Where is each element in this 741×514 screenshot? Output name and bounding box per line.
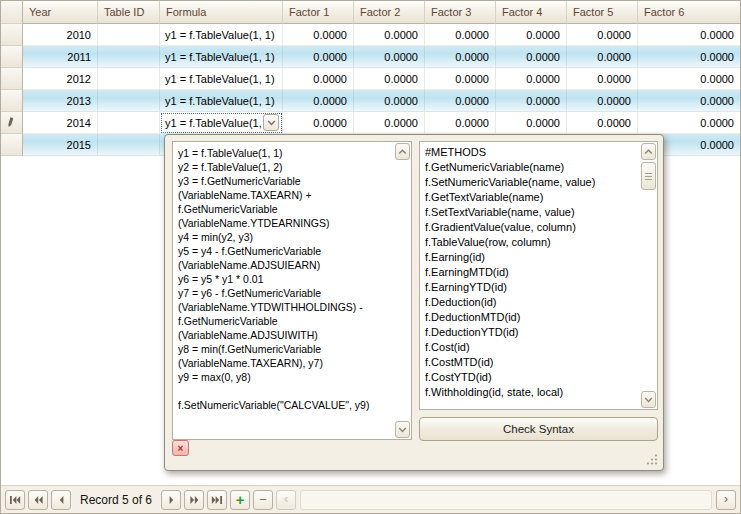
next-record-button[interactable] bbox=[161, 490, 181, 510]
cell-factor2[interactable]: 0.0000 bbox=[354, 68, 425, 90]
cell-table-id[interactable] bbox=[98, 24, 160, 46]
cell-year[interactable]: 2011 bbox=[23, 46, 98, 68]
cell-factor6[interactable]: 0.0000 bbox=[638, 112, 740, 134]
cell-factor3[interactable]: 0.0000 bbox=[425, 68, 496, 90]
cell-formula[interactable]: y1 = f.TableValue(1, 1) bbox=[160, 24, 283, 46]
cell-factor4[interactable]: 0.0000 bbox=[496, 90, 567, 112]
method-item[interactable]: f.EarningMTD(id) bbox=[425, 265, 638, 280]
cell-factor5[interactable]: 0.0000 bbox=[567, 68, 638, 90]
column-header-year[interactable]: Year bbox=[23, 1, 98, 24]
last-record-button[interactable] bbox=[207, 490, 227, 510]
method-item[interactable]: f.SetTextVariable(name, value) bbox=[425, 205, 638, 220]
cell-factor4[interactable]: 0.0000 bbox=[496, 46, 567, 68]
method-item[interactable]: f.Deduction(id) bbox=[425, 295, 638, 310]
row-indicator[interactable] bbox=[1, 68, 23, 90]
cell-factor2[interactable]: 0.0000 bbox=[354, 90, 425, 112]
cell-table-id[interactable] bbox=[98, 68, 160, 90]
scroll-left-button[interactable]: ‹ bbox=[276, 490, 296, 510]
formula-code-editor[interactable]: y1 = f.TableValue(1, 1) y2 = f.TableValu… bbox=[172, 141, 412, 440]
method-item[interactable]: #METHODS bbox=[425, 145, 638, 160]
row-indicator[interactable] bbox=[1, 90, 23, 112]
formula-dropdown-button[interactable] bbox=[263, 114, 279, 131]
method-item[interactable]: f.Earning(id) bbox=[425, 250, 638, 265]
append-record-button[interactable]: + bbox=[230, 490, 250, 510]
horizontal-scrollbar-thumb[interactable] bbox=[300, 490, 712, 510]
previous-page-button[interactable] bbox=[28, 490, 48, 510]
method-item[interactable]: f.GetTextVariable(name) bbox=[425, 190, 638, 205]
cell-table-id[interactable] bbox=[98, 90, 160, 112]
column-header-factor3[interactable]: Factor 3 bbox=[425, 1, 496, 24]
method-item[interactable]: f.Withholding(id, state, local) bbox=[425, 385, 638, 400]
scroll-right-button[interactable]: › bbox=[716, 490, 736, 510]
column-header-tableid[interactable]: Table ID bbox=[98, 1, 160, 24]
cell-factor1[interactable]: 0.0000 bbox=[283, 46, 354, 68]
methods-list-scrollbar[interactable] bbox=[640, 143, 656, 408]
method-item[interactable]: f.TableValue(row, column) bbox=[425, 235, 638, 250]
cell-formula[interactable]: y1 = f.TableValue(1, 1) bbox=[160, 46, 283, 68]
cell-factor5[interactable]: 0.0000 bbox=[567, 90, 638, 112]
row-indicator[interactable] bbox=[1, 134, 23, 156]
delete-record-button[interactable]: − bbox=[253, 490, 273, 510]
method-item[interactable]: f.CostMTD(id) bbox=[425, 355, 638, 370]
cell-table-id[interactable] bbox=[98, 112, 160, 134]
method-item[interactable]: f.DeductionMTD(id) bbox=[425, 310, 638, 325]
cell-factor4[interactable]: 0.0000 bbox=[496, 112, 567, 134]
column-header-formula[interactable]: Formula bbox=[160, 1, 283, 24]
cell-factor6[interactable]: 0.0000 bbox=[638, 24, 740, 46]
cell-year[interactable]: 2010 bbox=[23, 24, 98, 46]
cell-year[interactable]: 2012 bbox=[23, 68, 98, 90]
method-item[interactable]: f.GradientValue(value, column) bbox=[425, 220, 638, 235]
next-page-button[interactable] bbox=[184, 490, 204, 510]
column-header-factor6[interactable]: Factor 6 bbox=[638, 1, 740, 24]
first-record-button[interactable] bbox=[5, 490, 25, 510]
row-indicator[interactable] bbox=[1, 46, 23, 68]
cell-year[interactable]: 2014 bbox=[23, 112, 98, 134]
cell-factor1[interactable]: 0.0000 bbox=[283, 24, 354, 46]
cell-factor6[interactable]: 0.0000 bbox=[638, 90, 740, 112]
row-edit-indicator[interactable] bbox=[1, 112, 23, 134]
column-header-factor4[interactable]: Factor 4 bbox=[496, 1, 567, 24]
method-item[interactable]: f.EarningYTD(id) bbox=[425, 280, 638, 295]
cell-formula[interactable]: y1 = f.TableValue(1, 1) bbox=[160, 90, 283, 112]
cell-year[interactable]: 2015 bbox=[23, 134, 98, 156]
method-item[interactable]: f.DeductionYTD(id) bbox=[425, 325, 638, 340]
column-header-factor2[interactable]: Factor 2 bbox=[354, 1, 425, 24]
column-header-factor5[interactable]: Factor 5 bbox=[567, 1, 638, 24]
cell-factor3[interactable]: 0.0000 bbox=[425, 112, 496, 134]
cell-factor4[interactable]: 0.0000 bbox=[496, 68, 567, 90]
scroll-up-button[interactable] bbox=[395, 143, 410, 160]
cell-table-id[interactable] bbox=[98, 134, 160, 156]
scroll-down-button[interactable] bbox=[641, 391, 656, 408]
formula-edit-cell[interactable]: y1 = f.TableValue(1, bbox=[160, 112, 283, 134]
cell-table-id[interactable] bbox=[98, 46, 160, 68]
method-item[interactable]: f.CostYTD(id) bbox=[425, 370, 638, 385]
scrollbar-thumb[interactable] bbox=[641, 162, 656, 190]
cell-formula[interactable]: y1 = f.TableValue(1, 1) bbox=[160, 68, 283, 90]
method-item[interactable]: f.Cost(id) bbox=[425, 340, 638, 355]
method-item[interactable]: f.GetNumericVariable(name) bbox=[425, 160, 638, 175]
cell-factor5[interactable]: 0.0000 bbox=[567, 46, 638, 68]
cell-factor1[interactable]: 0.0000 bbox=[283, 112, 354, 134]
row-indicator[interactable] bbox=[1, 24, 23, 46]
cell-factor6[interactable]: 0.0000 bbox=[638, 68, 740, 90]
cell-factor2[interactable]: 0.0000 bbox=[354, 46, 425, 68]
cell-factor1[interactable]: 0.0000 bbox=[283, 68, 354, 90]
resize-grip-icon[interactable] bbox=[646, 453, 658, 465]
grid-corner-cell[interactable] bbox=[1, 1, 23, 24]
cell-factor4[interactable]: 0.0000 bbox=[496, 24, 567, 46]
check-syntax-button[interactable]: Check Syntax bbox=[419, 417, 658, 441]
cell-factor3[interactable]: 0.0000 bbox=[425, 24, 496, 46]
scroll-down-button[interactable] bbox=[395, 421, 410, 438]
column-header-factor1[interactable]: Factor 1 bbox=[283, 1, 354, 24]
cell-factor5[interactable]: 0.0000 bbox=[567, 112, 638, 134]
scroll-up-button[interactable] bbox=[641, 143, 656, 160]
cell-factor3[interactable]: 0.0000 bbox=[425, 90, 496, 112]
cell-factor3[interactable]: 0.0000 bbox=[425, 46, 496, 68]
cell-factor2[interactable]: 0.0000 bbox=[354, 112, 425, 134]
close-button[interactable]: × bbox=[172, 440, 189, 456]
cell-year[interactable]: 2013 bbox=[23, 90, 98, 112]
code-editor-scrollbar[interactable] bbox=[394, 143, 410, 438]
method-item[interactable]: f.SetNumericVariable(name, value) bbox=[425, 175, 638, 190]
cell-factor5[interactable]: 0.0000 bbox=[567, 24, 638, 46]
previous-record-button[interactable] bbox=[51, 490, 71, 510]
